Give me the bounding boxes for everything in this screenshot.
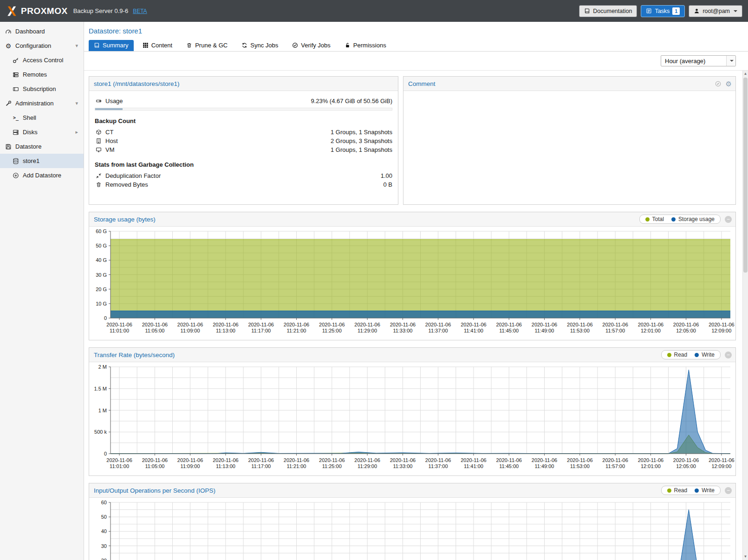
- server-icon: [12, 72, 20, 78]
- svg-text:1.5 M: 1.5 M: [94, 386, 107, 391]
- svg-text:2 M: 2 M: [98, 364, 107, 370]
- svg-text:2020-11-06: 2020-11-06: [142, 322, 168, 327]
- sidebar-item-disks[interactable]: Disks ▸: [0, 125, 84, 139]
- svg-text:11:57:00: 11:57:00: [605, 463, 625, 469]
- page-title: Datastore: store1: [84, 22, 748, 39]
- disks-icon: [12, 129, 20, 136]
- compress-icon: [95, 173, 102, 179]
- legend-item-write[interactable]: Write: [695, 487, 715, 494]
- sidebar-item-shell[interactable]: >_ Shell: [0, 111, 84, 125]
- product-version: Backup Server 0.9-6: [73, 7, 129, 14]
- sidebar-item-dashboard[interactable]: Dashboard: [0, 24, 84, 39]
- comment-body[interactable]: [403, 91, 735, 102]
- iops-chart: 01020304050602020-11-0611:01:002020-11-0…: [89, 498, 736, 560]
- tasks-button[interactable]: Tasks 1: [641, 5, 685, 17]
- backup-count-heading: Backup Count: [95, 117, 392, 124]
- beta-link[interactable]: BETA: [133, 8, 147, 14]
- host-row: Host 2 Groups, 3 Snapshots: [95, 137, 392, 145]
- svg-text:2020-11-06: 2020-11-06: [532, 322, 557, 327]
- svg-text:11:57:00: 11:57:00: [605, 328, 625, 333]
- sidebar-item-datastore[interactable]: Datastore: [0, 139, 84, 154]
- sidebar-item-access-control[interactable]: Access Control: [0, 53, 84, 67]
- svg-text:11:05:00: 11:05:00: [145, 328, 164, 333]
- chart-legend[interactable]: Total Storage usage: [639, 215, 721, 224]
- dedup-factor-row: Deduplication Factor 1.00: [95, 171, 392, 180]
- svg-text:11:45:00: 11:45:00: [499, 328, 519, 333]
- user-menu-button[interactable]: root@pam: [689, 5, 742, 17]
- svg-text:2020-11-06: 2020-11-06: [284, 457, 309, 463]
- tab-permissions[interactable]: Permissions: [339, 40, 391, 51]
- svg-text:11:21:00: 11:21:00: [286, 463, 306, 469]
- svg-text:12:05:00: 12:05:00: [676, 328, 696, 333]
- sidebar-item-store1[interactable]: store1: [0, 154, 84, 168]
- sidebar-item-remotes[interactable]: Remotes: [0, 67, 84, 82]
- terminal-icon: >_: [12, 115, 20, 120]
- gear-icon: ⚙: [5, 42, 12, 50]
- svg-text:11:09:00: 11:09:00: [181, 328, 200, 333]
- sidebar-item-configuration[interactable]: ⚙ Configuration ▾: [0, 39, 84, 53]
- scroll-up-arrow[interactable]: ▲: [743, 71, 748, 77]
- legend-item-storage-usage[interactable]: Storage usage: [671, 216, 715, 222]
- svg-text:11:29:00: 11:29:00: [358, 463, 377, 469]
- svg-text:2020-11-06: 2020-11-06: [177, 322, 203, 327]
- tab-prune-gc[interactable]: Prune & GC: [181, 40, 233, 51]
- svg-text:2020-11-06: 2020-11-06: [248, 457, 273, 463]
- svg-text:20: 20: [101, 558, 107, 560]
- svg-text:60: 60: [101, 500, 107, 505]
- collapse-icon[interactable]: −: [725, 487, 732, 494]
- svg-text:2020-11-06: 2020-11-06: [567, 457, 592, 463]
- chevron-down-icon[interactable]: ▾: [75, 43, 78, 49]
- legend-item-total[interactable]: Total: [645, 216, 664, 222]
- removed-bytes-row: Removed Bytes 0 B: [95, 180, 392, 189]
- scroll-down-arrow[interactable]: ▼: [743, 553, 748, 560]
- hdd-icon: [95, 98, 102, 104]
- sidebar-item-subscription[interactable]: Subscription: [0, 82, 84, 96]
- time-range-select[interactable]: Hour (average): [661, 55, 736, 66]
- svg-text:2020-11-06: 2020-11-06: [284, 322, 309, 327]
- summary-toolbar: Hour (average): [84, 52, 748, 71]
- legend-item-read[interactable]: Read: [667, 352, 688, 358]
- svg-text:2020-11-06: 2020-11-06: [461, 457, 486, 463]
- trash-icon: [186, 42, 192, 48]
- collapse-icon[interactable]: −: [725, 352, 732, 358]
- scrollbar-thumb[interactable]: [743, 78, 748, 273]
- storage-usage-chart: 010 G20 G30 G40 G50 G60 G2020-11-0611:01…: [89, 227, 736, 339]
- tab-verify-jobs[interactable]: Verify Jobs: [287, 40, 336, 51]
- sidebar: Dashboard ⚙ Configuration ▾ Access Contr…: [0, 22, 84, 560]
- documentation-button[interactable]: Documentation: [579, 5, 637, 17]
- svg-text:11:17:00: 11:17:00: [251, 463, 271, 469]
- svg-text:2020-11-06: 2020-11-06: [106, 457, 132, 463]
- vertical-scrollbar[interactable]: ▲ ▼: [742, 71, 748, 560]
- gear-icon[interactable]: ⚙: [726, 80, 732, 87]
- chevron-down-icon[interactable]: ▾: [75, 100, 78, 106]
- legend-item-read[interactable]: Read: [667, 487, 688, 494]
- transfer-rate-chart: 0500 k1 M1.5 M2 M2020-11-0611:01:002020-…: [89, 362, 736, 475]
- read-series-dot: [667, 353, 671, 357]
- svg-text:2020-11-06: 2020-11-06: [354, 322, 380, 327]
- svg-text:11:53:00: 11:53:00: [570, 463, 590, 469]
- tab-summary[interactable]: Summary: [89, 40, 134, 51]
- edit-icon[interactable]: [715, 80, 722, 87]
- svg-text:2020-11-06: 2020-11-06: [461, 322, 486, 327]
- key-icon: [12, 57, 20, 64]
- chevron-right-icon[interactable]: ▸: [75, 129, 78, 135]
- usage-progressbar-fill: [95, 108, 123, 110]
- chart-legend[interactable]: Read Write: [661, 350, 721, 359]
- svg-text:40: 40: [101, 528, 107, 534]
- svg-text:50 G: 50 G: [96, 243, 107, 248]
- svg-text:12:09:00: 12:09:00: [711, 463, 731, 469]
- storage-usage-panel: Storage usage (bytes) Total Storage usag…: [89, 212, 736, 340]
- tab-content[interactable]: Content: [137, 40, 178, 51]
- svg-text:11:25:00: 11:25:00: [322, 328, 342, 333]
- svg-text:2020-11-06: 2020-11-06: [390, 457, 416, 463]
- sidebar-item-administration[interactable]: Administration ▾: [0, 96, 84, 111]
- chart-legend[interactable]: Read Write: [661, 486, 721, 495]
- collapse-icon[interactable]: −: [725, 216, 732, 223]
- legend-item-write[interactable]: Write: [695, 352, 715, 358]
- sidebar-item-add-datastore[interactable]: Add Datastore: [0, 168, 84, 182]
- tab-sync-jobs[interactable]: Sync Jobs: [236, 40, 283, 51]
- comment-panel: Comment ⚙: [403, 76, 736, 205]
- chevron-down-icon[interactable]: [726, 56, 735, 66]
- svg-text:2020-11-06: 2020-11-06: [425, 457, 451, 463]
- transfer-rate-panel: Transfer Rate (bytes/second) Read Write …: [89, 347, 736, 476]
